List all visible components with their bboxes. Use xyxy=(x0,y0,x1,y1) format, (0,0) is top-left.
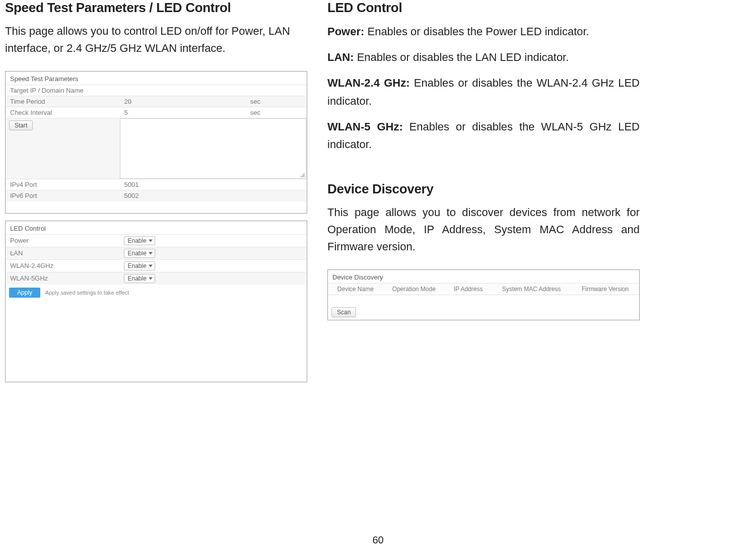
device-discovery-screenshot: Device Discovery Device Name Operation M… xyxy=(327,269,640,320)
speed-led-intro: This page allows you to control LED on/o… xyxy=(5,23,307,57)
dd-header: Firmware Version xyxy=(572,284,639,295)
speed-panel-title: Speed Test Parameters xyxy=(6,72,306,85)
ipv6-port-value: 5002 xyxy=(120,190,306,201)
check-interval-unit: sec xyxy=(246,107,306,118)
page-number: 60 xyxy=(372,534,383,546)
led-wlan5-label: WLAN-5GHz xyxy=(6,272,120,285)
apply-hint: Apply saved settings to take effect xyxy=(45,290,129,296)
time-period-value: 20 xyxy=(120,96,246,107)
dd-header: Operation Mode xyxy=(383,284,445,295)
led-control-heading: LED Control xyxy=(327,0,640,16)
table-row: Check Interval 5 sec xyxy=(6,107,306,118)
target-ip-value xyxy=(120,85,246,96)
power-desc: Power: Enables or disables the Power LED… xyxy=(327,23,640,40)
wlan5-desc: WLAN-5 GHz: Enables or disables the WLAN… xyxy=(327,118,640,153)
led-lan-label: LAN xyxy=(6,247,120,259)
table-row: Start xyxy=(6,118,306,179)
speed-led-heading: Speed Test Parameters / LED Control xyxy=(5,0,307,16)
table-row: WLAN-2.4GHz Enable xyxy=(6,259,306,272)
dd-panel-title: Device Discovery xyxy=(328,270,639,283)
ipv4-port-value: 5001 xyxy=(120,179,306,190)
time-period-label: Time Period xyxy=(6,96,120,107)
led-control-table: Power Enable LAN Enable WLAN-2.4GHz Enab… xyxy=(6,234,306,285)
led-wlan5-select[interactable]: Enable xyxy=(124,274,155,283)
speed-test-table: Target IP / Domain Name Time Period 20 s… xyxy=(6,85,306,201)
table-row: IPv6 Port 5002 xyxy=(6,190,306,201)
ipv6-port-label: IPv6 Port xyxy=(6,190,120,201)
led-wlan24-select[interactable]: Enable xyxy=(124,261,155,270)
led-wlan24-label: WLAN-2.4GHz xyxy=(6,259,120,272)
start-button[interactable]: Start xyxy=(9,120,33,130)
device-discovery-heading: Device Discovery xyxy=(327,181,640,197)
led-panel-title: LED Control xyxy=(6,222,306,234)
target-ip-label: Target IP / Domain Name xyxy=(6,85,120,96)
speed-test-output[interactable] xyxy=(120,118,306,179)
table-row: WLAN-5GHz Enable xyxy=(6,272,306,285)
table-row: IPv4 Port 5001 xyxy=(6,179,306,190)
table-row: Target IP / Domain Name xyxy=(6,85,306,96)
wlan24-desc: WLAN-2.4 GHz: Enables or disables the WL… xyxy=(327,74,640,109)
check-interval-value: 5 xyxy=(120,107,246,118)
dd-header: IP Address xyxy=(445,284,491,295)
led-control-screenshot: LED Control Power Enable LAN Enable WLAN… xyxy=(5,221,307,382)
led-power-label: Power xyxy=(6,234,120,247)
apply-button[interactable]: Apply xyxy=(9,288,40,298)
led-lan-select[interactable]: Enable xyxy=(124,249,155,258)
dd-header: System MAC Address xyxy=(491,284,572,295)
table-row xyxy=(328,295,639,305)
dd-header: Device Name xyxy=(328,284,383,295)
table-row: Power Enable xyxy=(6,234,306,247)
ipv4-port-label: IPv4 Port xyxy=(6,179,120,190)
lan-desc: LAN: Enables or disables the LAN LED ind… xyxy=(327,48,640,66)
table-row: LAN Enable xyxy=(6,247,306,259)
led-power-select[interactable]: Enable xyxy=(124,236,155,245)
check-interval-label: Check Interval xyxy=(6,107,120,118)
speed-test-screenshot: Speed Test Parameters Target IP / Domain… xyxy=(5,71,307,214)
device-discovery-intro: This page allows you to discover devices… xyxy=(327,204,640,255)
time-period-unit: sec xyxy=(246,96,306,107)
table-row: Time Period 20 sec xyxy=(6,96,306,107)
scan-button[interactable]: Scan xyxy=(331,307,356,317)
device-discovery-table: Device Name Operation Mode IP Address Sy… xyxy=(328,283,639,305)
